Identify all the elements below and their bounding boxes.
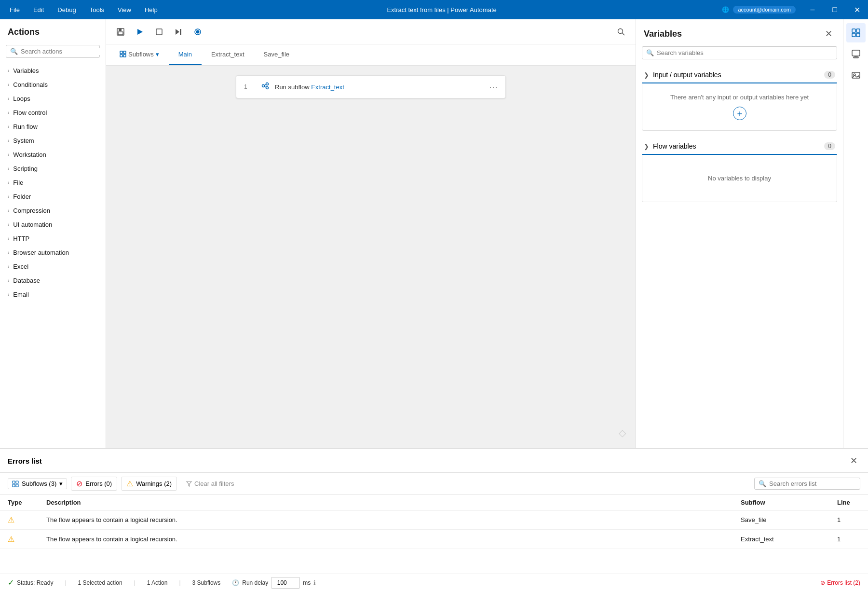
variables-toggle-button[interactable] <box>846 23 866 42</box>
action-variables[interactable]: › Variables <box>0 64 106 78</box>
errors-filter-button[interactable]: ⊘ Errors (0) <box>71 477 117 491</box>
action-scripting[interactable]: › Scripting <box>0 162 106 176</box>
info-icon: ℹ <box>313 579 316 586</box>
errors-list-link[interactable]: ⊘ Errors list (2) <box>820 579 860 586</box>
search-variables-input[interactable] <box>657 49 833 56</box>
run-delay-input[interactable] <box>271 577 300 589</box>
menu-debug[interactable]: Debug <box>52 4 81 15</box>
ui-elements-button[interactable] <box>846 44 866 64</box>
toolbar <box>106 19 636 44</box>
subflows-label: Subflows <box>128 51 154 58</box>
action-label: Folder <box>13 193 31 200</box>
actions-search-box[interactable]: 🔍 <box>6 45 100 58</box>
svg-point-9 <box>618 28 623 33</box>
window-title: Extract text from files | Power Automate <box>167 6 717 14</box>
divider-1: | <box>65 579 66 586</box>
action-ui-automation[interactable]: › UI automation <box>0 218 106 232</box>
error-row-1[interactable]: ⚠ The flow appears to contain a logical … <box>0 510 868 530</box>
subflows-filter-label: Subflows (3) <box>22 480 56 487</box>
images-button[interactable] <box>846 66 866 85</box>
next-button[interactable] <box>170 23 187 41</box>
clear-filters-button[interactable]: Clear all filters <box>181 478 239 489</box>
search-actions-input[interactable] <box>21 48 102 55</box>
action-flow-control[interactable]: › Flow control <box>0 106 106 120</box>
no-vars-text: There aren't any input or output variabl… <box>670 94 809 101</box>
tab-save-file[interactable]: Save_file <box>254 44 299 65</box>
action-label: Conditionals <box>13 81 48 88</box>
action-database[interactable]: › Database <box>0 274 106 288</box>
stop-button[interactable] <box>150 23 168 41</box>
error-row-2[interactable]: ⚠ The flow appears to contain a logical … <box>0 530 868 549</box>
action-email[interactable]: › Email <box>0 288 106 302</box>
svg-rect-6 <box>180 29 181 35</box>
input-output-header[interactable]: ❯ Input / output variables 0 <box>642 67 837 82</box>
flow-action-1[interactable]: 1 Run subflow Extract_text ⋯ <box>236 75 506 98</box>
maximize-button[interactable]: □ <box>824 0 846 19</box>
run-delay-label: Run delay <box>242 579 268 586</box>
chevron-icon: › <box>8 264 9 269</box>
search-icon: 🔍 <box>10 48 18 55</box>
action-loops[interactable]: › Loops <box>0 92 106 106</box>
tab-extract-text[interactable]: Extract_text <box>202 44 254 65</box>
flow-canvas: 1 Run subflow Extract_text ⋯ <box>106 66 636 448</box>
close-button[interactable]: ✕ <box>846 0 868 19</box>
tab-main[interactable]: Main <box>169 44 202 65</box>
clear-filters-label: Clear all filters <box>194 480 234 487</box>
errors-header: Errors list ✕ <box>0 449 868 473</box>
errors-list-label: Errors list (2) <box>827 579 860 586</box>
menu-view[interactable]: View <box>112 4 137 15</box>
errors-close-button[interactable]: ✕ <box>847 454 860 467</box>
minimize-button[interactable]: – <box>801 0 824 19</box>
tabs-bar: Subflows ▾ Main Extract_text Save_file <box>106 44 636 66</box>
input-output-variables-section: ❯ Input / output variables 0 There aren'… <box>642 67 837 131</box>
action-menu-button[interactable]: ⋯ <box>489 82 498 92</box>
action-label: Variables <box>13 67 39 74</box>
flow-vars-header[interactable]: ❯ Flow variables 0 <box>642 138 837 154</box>
run-button[interactable] <box>131 23 149 41</box>
chevron-down-icon: ▾ <box>156 51 159 58</box>
warnings-filter-button[interactable]: ⚠ Warnings (2) <box>121 477 177 491</box>
chevron-icon: › <box>8 194 9 199</box>
action-system[interactable]: › System <box>0 134 106 148</box>
errors-search-box[interactable]: 🔍 <box>754 478 860 490</box>
action-workstation[interactable]: › Workstation <box>0 148 106 162</box>
variables-search-box[interactable]: 🔍 <box>642 46 837 59</box>
action-label: File <box>13 179 23 186</box>
save-button[interactable] <box>112 23 129 41</box>
run-delay-section: 🕐 Run delay ms ℹ <box>232 577 316 589</box>
flow-vars-title: Flow variables <box>653 142 820 150</box>
record-button[interactable] <box>189 23 206 41</box>
menu-edit[interactable]: Edit <box>27 4 50 15</box>
svg-point-15 <box>262 85 265 87</box>
search-errors-input[interactable] <box>769 480 856 487</box>
flow-action-text: Run subflow Extract_text <box>275 83 483 91</box>
svg-rect-22 <box>852 33 855 37</box>
menu-help[interactable]: Help <box>139 4 163 15</box>
action-label: UI automation <box>13 221 52 228</box>
tab-subflows[interactable]: Subflows ▾ <box>110 44 169 65</box>
action-browser-automation[interactable]: › Browser automation <box>0 246 106 260</box>
variables-close-button[interactable]: ✕ <box>822 27 835 41</box>
action-run-flow[interactable]: › Run flow <box>0 120 106 134</box>
add-variable-button[interactable]: ＋ <box>733 107 746 120</box>
error-description-2: The flow appears to contain a logical re… <box>39 530 733 549</box>
errors-toolbar: Subflows (3) ▾ ⊘ Errors (0) ⚠ Warnings (… <box>0 473 868 495</box>
action-file[interactable]: › File <box>0 176 106 190</box>
error-subflow-1: Save_file <box>733 510 829 530</box>
svg-rect-29 <box>13 481 15 483</box>
action-http[interactable]: › HTTP <box>0 232 106 246</box>
error-line-2: 1 <box>829 530 868 549</box>
chevron-icon: › <box>8 138 9 143</box>
action-conditionals[interactable]: › Conditionals <box>0 78 106 92</box>
action-compression[interactable]: › Compression <box>0 204 106 218</box>
subflows-filter-button[interactable]: Subflows (3) ▾ <box>8 478 67 489</box>
action-folder[interactable]: › Folder <box>0 190 106 204</box>
menu-file[interactable]: File <box>4 4 26 15</box>
menu-tools[interactable]: Tools <box>84 4 110 15</box>
actions-list: › Variables › Conditionals › Loops › Flo… <box>0 62 106 448</box>
canvas-search-button[interactable] <box>612 23 630 41</box>
action-excel[interactable]: › Excel <box>0 260 106 274</box>
chevron-icon: › <box>8 110 9 115</box>
variables-header: Variables ✕ <box>636 19 843 44</box>
svg-rect-20 <box>852 29 855 32</box>
